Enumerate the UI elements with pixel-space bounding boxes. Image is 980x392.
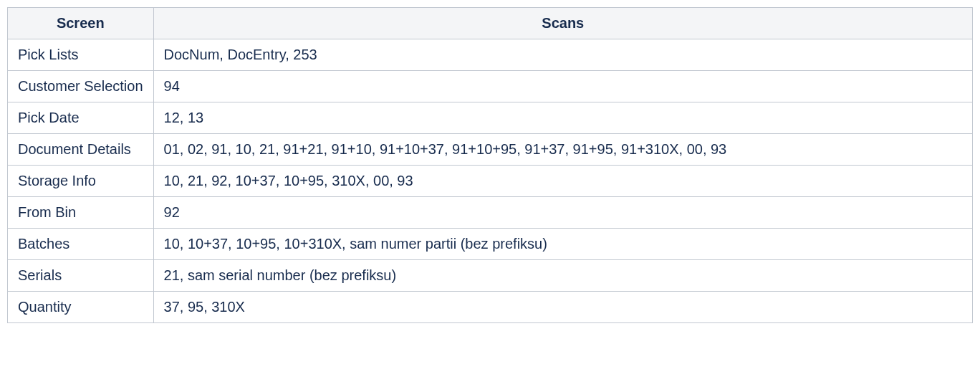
cell-scans: 37, 95, 310X [153,292,972,323]
cell-scans: DocNum, DocEntry, 253 [153,39,972,71]
table-row: Document Details01, 02, 91, 10, 21, 91+2… [8,134,973,166]
table-row: Pick ListsDocNum, DocEntry, 253 [8,39,973,71]
cell-screen: Document Details [8,134,154,166]
cell-screen: Customer Selection [8,71,154,102]
table-row: Pick Date12, 13 [8,102,973,134]
cell-screen: Quantity [8,292,154,323]
cell-scans: 92 [153,197,972,229]
table-row: From Bin92 [8,197,973,229]
table-row: Batches10, 10+37, 10+95, 10+310X, sam nu… [8,229,973,260]
table-row: Storage Info10, 21, 92, 10+37, 10+95, 31… [8,166,973,197]
cell-scans: 94 [153,71,972,102]
cell-screen: Pick Lists [8,39,154,71]
table-row: Customer Selection94 [8,71,973,102]
cell-scans: 12, 13 [153,102,972,134]
cell-scans: 10, 10+37, 10+95, 10+310X, sam numer par… [153,229,972,260]
header-scans: Scans [153,8,972,39]
cell-screen: Serials [8,260,154,292]
table-body: Pick ListsDocNum, DocEntry, 253Customer … [8,39,973,323]
cell-scans: 10, 21, 92, 10+37, 10+95, 310X, 00, 93 [153,166,972,197]
cell-screen: Pick Date [8,102,154,134]
header-screen: Screen [8,8,154,39]
cell-screen: Storage Info [8,166,154,197]
cell-scans: 21, sam serial number (bez prefiksu) [153,260,972,292]
cell-screen: From Bin [8,197,154,229]
cell-scans: 01, 02, 91, 10, 21, 91+21, 91+10, 91+10+… [153,134,972,166]
scans-table: Screen Scans Pick ListsDocNum, DocEntry,… [7,7,973,323]
table-header-row: Screen Scans [8,8,973,39]
table-row: Quantity37, 95, 310X [8,292,973,323]
table-row: Serials21, sam serial number (bez prefik… [8,260,973,292]
cell-screen: Batches [8,229,154,260]
